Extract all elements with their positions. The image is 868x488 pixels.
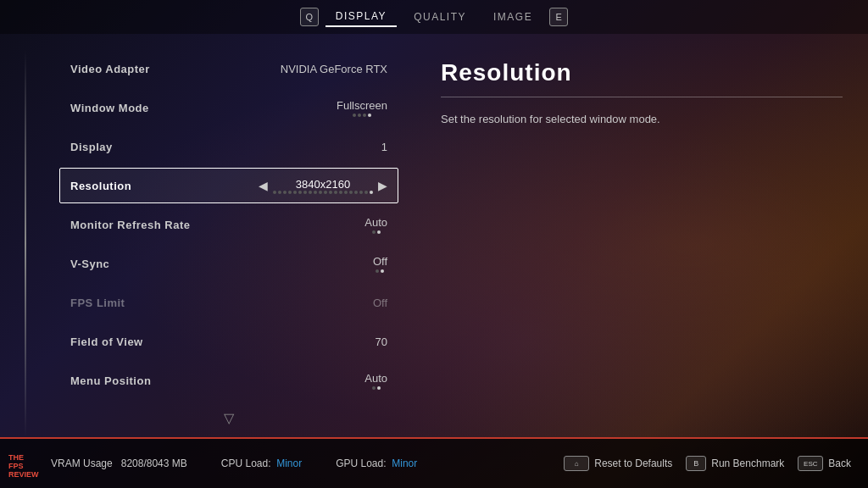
dot-2	[377, 230, 381, 234]
dot-3	[363, 114, 366, 117]
bottom-stats: VRAM Usage 8208/8043 MB CPU Load: Minor …	[0, 458, 564, 469]
dot-1	[353, 114, 356, 117]
action-reset[interactable]: ⌂ Reset to Defaults	[564, 456, 672, 471]
setting-label-resolution: Resolution	[70, 180, 131, 192]
slider-dot-17	[359, 191, 363, 194]
vram-stat: VRAM Usage 8208/8043 MB	[51, 458, 187, 469]
setting-value-container-menu-position: Auto	[364, 372, 387, 390]
slider-dot-18	[364, 191, 368, 194]
info-description: Set the resolution for selected window m…	[441, 111, 843, 129]
resolution-slider-dots	[273, 191, 373, 194]
back-label: Back	[828, 458, 851, 469]
fps-review-logo: THE FPS REVIEW	[8, 454, 39, 480]
settings-panel: Video Adapter NVIDIA GeForce RTX Window …	[51, 34, 415, 437]
setting-value-resolution: 3840x2160	[296, 178, 350, 191]
setting-row-menu-position[interactable]: Menu Position Auto	[59, 363, 398, 398]
setting-value-container-monitor-refresh-rate: Auto	[364, 216, 387, 234]
reset-key-icon: ⌂	[564, 456, 589, 471]
window-mode-dots	[353, 114, 371, 117]
menu-position-dots	[372, 386, 381, 390]
setting-value-window-mode: Fullscreen	[337, 99, 387, 112]
slider-dot-11	[329, 191, 332, 194]
benchmark-label: Run Benchmark	[711, 458, 784, 469]
setting-row-v-sync[interactable]: V-Sync Off	[59, 246, 398, 281]
setting-row-field-of-view[interactable]: Field of View 70	[59, 324, 398, 359]
setting-value-field-of-view: 70	[376, 336, 387, 348]
nav-tab-display[interactable]: Display	[326, 7, 397, 27]
slider-dot-0	[273, 191, 276, 194]
slider-dot-9	[319, 191, 322, 194]
cpu-stat: CPU Load: Minor	[221, 458, 302, 469]
setting-value-container-resolution: ◀ 3840x2160 ▶	[259, 178, 387, 194]
cpu-value: Minor	[276, 458, 302, 469]
setting-value-container-window-mode: Fullscreen	[337, 99, 387, 117]
vertical-divider	[25, 51, 26, 437]
nav-key-left[interactable]: Q	[300, 8, 319, 26]
nav-key-right[interactable]: E	[549, 8, 568, 26]
vsync-dots	[376, 269, 384, 273]
setting-value-container-display: 1	[381, 141, 387, 153]
slider-dot-7	[309, 191, 312, 194]
cpu-label: CPU Load:	[221, 458, 271, 469]
setting-row-window-mode[interactable]: Window Mode Fullscreen	[59, 90, 398, 125]
vram-label: VRAM Usage	[51, 458, 113, 469]
info-panel: Resolution Set the resolution for select…	[415, 34, 868, 437]
bottom-actions: ⌂ Reset to Defaults B Run Benchmark ESC …	[564, 456, 868, 471]
resolution-arrow-right[interactable]: ▶	[378, 179, 387, 192]
main-container: Video Adapter NVIDIA GeForce RTX Window …	[0, 34, 868, 437]
resolution-slider: ◀ 3840x2160 ▶	[259, 178, 387, 194]
setting-label-display: Display	[70, 141, 113, 153]
slider-dot-2	[283, 191, 287, 194]
setting-row-resolution[interactable]: Resolution ◀ 3840x2160 ▶	[59, 168, 398, 203]
left-strip	[0, 34, 51, 437]
setting-row-fps-limit: FPS Limit Off	[59, 285, 398, 320]
setting-label-menu-position: Menu Position	[70, 374, 151, 387]
slider-dot-16	[354, 191, 358, 194]
setting-value-monitor-refresh-rate: Auto	[364, 216, 387, 229]
action-back[interactable]: ESC Back	[798, 456, 851, 471]
reset-label: Reset to Defaults	[594, 458, 672, 469]
nav-tab-quality[interactable]: Quality	[403, 8, 476, 26]
slider-dot-13	[339, 191, 342, 194]
vram-value: 8208/8043 MB	[121, 458, 187, 469]
slider-dot-5	[298, 191, 302, 194]
setting-value-fps-limit: Off	[373, 297, 387, 309]
slider-dot-1	[278, 191, 281, 194]
setting-label-video-adapter: Video Adapter	[70, 63, 150, 75]
resolution-arrow-left[interactable]: ◀	[259, 179, 268, 192]
slider-dot-6	[303, 191, 307, 194]
action-benchmark[interactable]: B Run Benchmark	[686, 456, 784, 471]
nav-tab-image[interactable]: Image	[483, 8, 542, 26]
slider-dot-8	[314, 191, 317, 194]
setting-label-monitor-refresh-rate: Monitor Refresh Rate	[70, 219, 190, 231]
setting-label-v-sync: V-Sync	[70, 258, 109, 270]
setting-value-container-v-sync: Off	[373, 255, 387, 273]
dot-4	[368, 114, 371, 117]
info-title: Resolution	[441, 59, 843, 86]
refresh-rate-dots	[372, 230, 381, 234]
setting-value-v-sync: Off	[373, 255, 387, 268]
slider-dot-4	[293, 191, 297, 194]
dot-1	[376, 269, 379, 273]
logo-line3: REVIEW	[8, 471, 39, 480]
gpu-label: GPU Load:	[336, 458, 386, 469]
setting-row-monitor-refresh-rate[interactable]: Monitor Refresh Rate Auto	[59, 207, 398, 242]
bottom-bar: VRAM Usage 8208/8043 MB CPU Load: Minor …	[0, 437, 868, 488]
dot-1	[372, 230, 376, 234]
setting-label-field-of-view: Field of View	[70, 336, 143, 348]
dot-2	[381, 269, 384, 273]
setting-value-container-video-adapter: NVIDIA GeForce RTX	[281, 63, 387, 75]
setting-row-video-adapter[interactable]: Video Adapter NVIDIA GeForce RTX	[59, 51, 398, 86]
gpu-stat: GPU Load: Minor	[336, 458, 417, 469]
setting-label-fps-limit: FPS Limit	[70, 297, 125, 309]
setting-row-display[interactable]: Display 1	[59, 129, 398, 164]
setting-value-video-adapter: NVIDIA GeForce RTX	[281, 63, 387, 75]
slider-dot-3	[288, 191, 292, 194]
slider-dot-10	[324, 191, 327, 194]
slider-dot-15	[349, 191, 353, 194]
chevron-down-icon: ▽	[224, 410, 234, 426]
setting-value-display: 1	[381, 141, 387, 153]
dot-2	[377, 386, 381, 390]
scroll-down-indicator: ▽	[59, 402, 398, 435]
dot-1	[372, 386, 376, 390]
